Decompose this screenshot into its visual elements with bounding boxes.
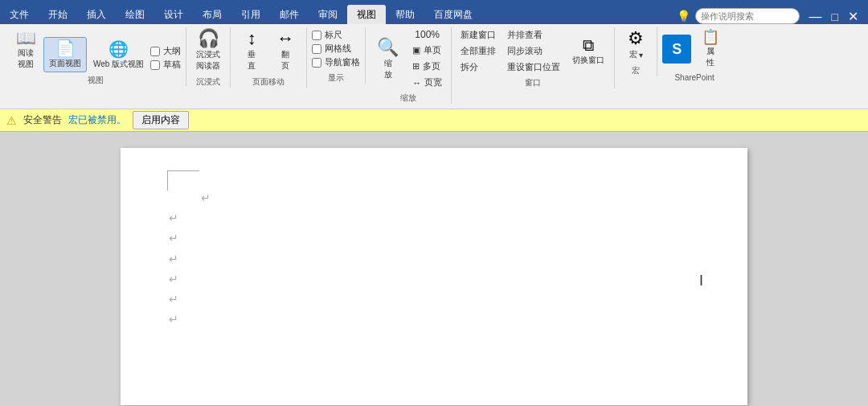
security-text: 安全警告 xyxy=(23,113,62,127)
margin-left-line xyxy=(167,170,168,191)
ribbon-group-display: 标尺 网格线 导航窗格 显示 xyxy=(307,27,366,84)
reset-position-button[interactable]: 重设窗口位置 xyxy=(503,59,564,75)
immersive-label: 沉浸式 阅读器 xyxy=(196,49,220,72)
flip-label: 翻 页 xyxy=(281,49,289,72)
macros-button[interactable]: ⚙ 宏 ▾ xyxy=(620,27,652,63)
sync-scroll-button[interactable]: 同步滚动 xyxy=(503,43,564,59)
page-view-button[interactable]: 📄 页面视图 xyxy=(43,37,87,72)
ribbon-group-immersive: 🎧 沉浸式 阅读器 沉浸式 xyxy=(186,27,231,88)
zoom-button[interactable]: 🔍 缩放 xyxy=(371,35,405,83)
web-view-button[interactable]: 🌐 Web 版式视图 xyxy=(88,39,149,72)
zoom-icon: 🔍 xyxy=(377,37,399,58)
para-mark-1: ↵ xyxy=(169,208,699,228)
para-mark-6: ↵ xyxy=(169,310,699,330)
ribbon-group-page-move: ↕ 垂 直 ↔ 翻 页 页面移动 xyxy=(231,27,307,88)
ribbon: 📖 阅读 视图 📄 页面视图 🌐 Web 版式视图 大纲 草稿 xyxy=(0,24,868,109)
ribbon-group-macros: ⚙ 宏 ▾ 宏 xyxy=(615,27,657,76)
para-mark-3: ↵ xyxy=(169,249,699,269)
all-arrange-button[interactable]: 全部重排 xyxy=(457,43,500,59)
nav-pane-checkbox[interactable]: 导航窗格 xyxy=(312,56,360,68)
switch-window-label: 切换窗口 xyxy=(572,55,604,66)
close-icon[interactable]: ✕ xyxy=(845,9,862,24)
ribbon-group-views: 📖 阅读 视图 📄 页面视图 🌐 Web 版式视图 大纲 草稿 xyxy=(5,27,186,86)
multi-page-button[interactable]: ⊞ 多页 xyxy=(408,59,446,74)
immersive-group-label: 沉浸式 xyxy=(196,76,220,88)
immersive-reader-button[interactable]: 🎧 沉浸式 阅读器 xyxy=(191,27,225,74)
sharepoint-group-label: SharePoint xyxy=(674,73,714,82)
tab-references[interactable]: 引用 xyxy=(231,5,270,24)
tab-start[interactable]: 开始 xyxy=(39,5,77,24)
enable-content-button[interactable]: 启用内容 xyxy=(133,111,189,129)
tab-layout[interactable]: 布局 xyxy=(193,5,231,24)
tab-baidu[interactable]: 百度网盘 xyxy=(424,5,482,24)
macros-icon: ⚙ xyxy=(628,30,644,47)
macros-label: 宏 ▾ xyxy=(629,49,643,60)
minimize-icon[interactable]: — xyxy=(806,10,825,24)
sharepoint-props-icon: 📋 xyxy=(702,30,719,44)
app-window: 文件 开始 插入 绘图 设计 布局 引用 邮件 审阅 视图 帮助 百度网盘 💡 … xyxy=(0,0,868,406)
page-canvas[interactable]: ↵ ↵ ↵ ↵ ↵ ↵ ↵ I xyxy=(121,148,747,405)
ribbon-group-sharepoint: S 📋 属 性 SharePoint xyxy=(657,27,731,82)
new-window-button[interactable]: 新建窗口 xyxy=(457,27,500,43)
side-by-side-button[interactable]: 并排查看 xyxy=(503,27,564,43)
tab-bar: 文件 开始 插入 绘图 设计 布局 引用 邮件 审阅 视图 帮助 百度网盘 💡 … xyxy=(0,0,868,24)
document-wrapper: ↵ ↵ ↵ ↵ ↵ ↵ ↵ I xyxy=(0,132,868,406)
flip-button[interactable]: ↔ 翻 页 xyxy=(269,27,301,74)
sharepoint-logo: S xyxy=(662,35,691,64)
macros-group-label: 宏 xyxy=(632,65,640,76)
vertical-icon: ↕ xyxy=(248,30,256,47)
vertical-button[interactable]: ↕ 垂 直 xyxy=(235,27,268,74)
tab-insert[interactable]: 插入 xyxy=(77,5,116,24)
ribbon-group-window: 新建窗口 全部重排 拆分 并排查看 同步滚动 重设窗口位置 ⧉ 切换窗口 窗口 xyxy=(452,27,615,88)
cursor: I xyxy=(699,273,703,289)
document-area[interactable]: ↵ ↵ ↵ ↵ ↵ ↵ ↵ I xyxy=(0,132,868,406)
page-view-label: 页面视图 xyxy=(49,58,81,69)
tab-help[interactable]: 帮助 xyxy=(386,5,424,24)
tab-review[interactable]: 审阅 xyxy=(309,5,347,24)
views-group-label: 视图 xyxy=(88,75,104,86)
sharepoint-props-button[interactable]: 📋 属 性 xyxy=(694,27,727,71)
read-view-label: 阅读 视图 xyxy=(18,47,34,70)
indent-para-mark: ↵ xyxy=(201,188,699,208)
draft-checkbox[interactable]: 草稿 xyxy=(150,59,181,71)
margin-top-line xyxy=(167,170,199,171)
ruler-checkbox[interactable]: 标尺 xyxy=(312,29,360,41)
security-bar: ⚠ 安全警告 宏已被禁用。 启用内容 xyxy=(0,109,868,132)
zoom-label: 缩放 xyxy=(384,58,392,80)
paragraph-content[interactable]: ↵ ↵ ↵ ↵ ↵ ↵ ↵ xyxy=(169,180,699,330)
help-search-input[interactable] xyxy=(695,8,800,24)
para-mark-2: ↵ xyxy=(169,228,699,248)
warning-icon: ⚠ xyxy=(6,114,17,127)
macros-dropdown-arrow: ▾ xyxy=(639,51,643,59)
security-link[interactable]: 宏已被禁用。 xyxy=(68,113,126,127)
tab-design[interactable]: 设计 xyxy=(154,5,193,24)
display-group-label: 显示 xyxy=(328,72,344,84)
ribbon-group-zoom: 🔍 缩放 100% ▣ 单页 ⊞ 多页 xyxy=(366,27,452,104)
switch-window-button[interactable]: ⧉ 切换窗口 xyxy=(567,35,609,68)
switch-window-icon: ⧉ xyxy=(583,37,594,53)
tab-draw[interactable]: 绘图 xyxy=(116,5,154,24)
outline-checkbox[interactable]: 大纲 xyxy=(150,45,181,57)
tab-mail[interactable]: 邮件 xyxy=(270,5,309,24)
single-page-button[interactable]: ▣ 单页 xyxy=(408,43,446,58)
page-width-button[interactable]: ↔ 页宽 xyxy=(408,75,446,90)
sharepoint-props-label: 属 性 xyxy=(706,46,714,68)
window-group-label: 窗口 xyxy=(525,77,541,88)
read-view-icon: 📖 xyxy=(16,30,36,46)
zoom-pct-button[interactable]: 100% xyxy=(410,27,444,42)
tab-file[interactable]: 文件 xyxy=(0,5,39,24)
restore-icon[interactable]: □ xyxy=(829,10,841,23)
page-move-group-label: 页面移动 xyxy=(252,76,285,88)
page-view-icon: 📄 xyxy=(55,40,76,56)
multi-page-icon: ⊞ xyxy=(412,61,420,72)
flip-icon: ↔ xyxy=(276,30,294,47)
zoom-group-label: 缩放 xyxy=(400,92,416,104)
immersive-icon: 🎧 xyxy=(198,30,219,47)
page-width-icon: ↔ xyxy=(412,78,421,88)
web-view-icon: 🌐 xyxy=(108,41,129,57)
split-button[interactable]: 拆分 xyxy=(457,59,500,75)
para-mark-4: ↵ xyxy=(169,269,699,289)
gridlines-checkbox[interactable]: 网格线 xyxy=(312,43,360,55)
read-view-button[interactable]: 📖 阅读 视图 xyxy=(10,27,42,72)
tab-view[interactable]: 视图 xyxy=(347,5,386,24)
